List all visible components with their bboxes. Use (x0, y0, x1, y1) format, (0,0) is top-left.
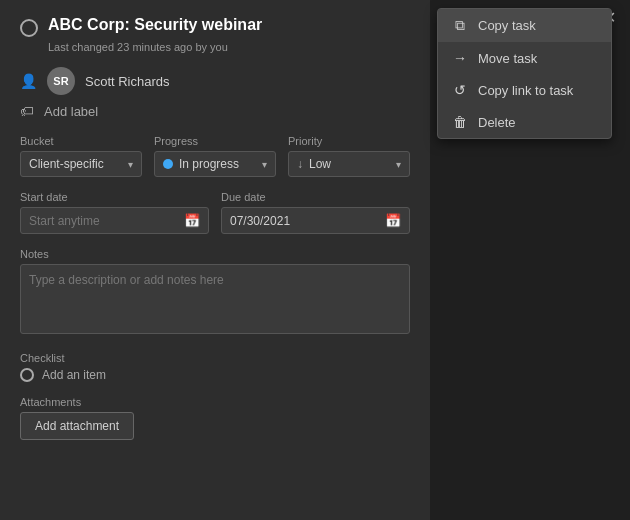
move-task-icon: → (452, 50, 468, 66)
assigned-row[interactable]: 👤 SR Scott Richards (20, 67, 410, 95)
progress-content: In progress (163, 157, 239, 171)
due-date-input[interactable]: 07/30/2021 📅 (221, 207, 410, 234)
task-complete-circle[interactable] (20, 19, 38, 37)
priority-group: Priority ↓ Low ▾ (288, 135, 410, 177)
dropdown-item-copy-task[interactable]: ⧉ Copy task (438, 9, 611, 42)
move-task-label: Move task (478, 51, 537, 66)
progress-label: Progress (154, 135, 276, 147)
date-fields-row: Start date Start anytime 📅 Due date 07/3… (20, 191, 410, 234)
task-header: ABC Corp: Security webinar (20, 16, 410, 37)
attachments-section: Attachments Add attachment (20, 396, 410, 440)
copy-task-label: Copy task (478, 18, 536, 33)
due-date-calendar-icon: 📅 (385, 213, 401, 228)
bucket-label: Bucket (20, 135, 142, 147)
progress-value: In progress (179, 157, 239, 171)
progress-dot-icon (163, 159, 173, 169)
bucket-select[interactable]: Client-specific ▾ (20, 151, 142, 177)
copy-task-icon: ⧉ (452, 17, 468, 34)
checklist-label: Checklist (20, 352, 410, 364)
priority-chevron-icon: ▾ (396, 159, 401, 170)
start-date-label: Start date (20, 191, 209, 203)
checklist-section: Checklist Add an item (20, 352, 410, 382)
add-item-row[interactable]: Add an item (20, 368, 410, 382)
copy-link-label: Copy link to task (478, 83, 573, 98)
add-label-text: Add label (44, 104, 98, 119)
dropdown-item-copy-link[interactable]: ↺ Copy link to task (438, 74, 611, 106)
priority-label: Priority (288, 135, 410, 147)
attachments-label: Attachments (20, 396, 410, 408)
start-date-input[interactable]: Start anytime 📅 (20, 207, 209, 234)
due-date-label: Due date (221, 191, 410, 203)
task-subtitle: Last changed 23 minutes ago by you (48, 41, 410, 53)
add-attachment-button[interactable]: Add attachment (20, 412, 134, 440)
due-date-value: 07/30/2021 (230, 214, 290, 228)
delete-label: Delete (478, 115, 516, 130)
notes-section: Notes (20, 248, 410, 338)
start-date-calendar-icon: 📅 (184, 213, 200, 228)
priority-arrow-icon: ↓ (297, 157, 303, 171)
notes-label: Notes (20, 248, 410, 260)
progress-group: Progress In progress ▾ (154, 135, 276, 177)
bucket-chevron-icon: ▾ (128, 159, 133, 170)
bucket-group: Bucket Client-specific ▾ (20, 135, 142, 177)
delete-icon: 🗑 (452, 114, 468, 130)
due-date-group: Due date 07/30/2021 📅 (221, 191, 410, 234)
notes-textarea[interactable] (20, 264, 410, 334)
avatar: SR (47, 67, 75, 95)
fields-row-1: Bucket Client-specific ▾ Progress In pro… (20, 135, 410, 177)
dropdown-menu: ⧉ Copy task → Move task ↺ Copy link to t… (437, 8, 612, 139)
priority-content: ↓ Low (297, 157, 331, 171)
task-title: ABC Corp: Security webinar (48, 16, 262, 34)
assigned-name: Scott Richards (85, 74, 170, 89)
add-item-text: Add an item (42, 368, 106, 382)
dropdown-item-move-task[interactable]: → Move task (438, 42, 611, 74)
task-panel: ABC Corp: Security webinar Last changed … (0, 0, 430, 520)
add-item-circle-icon (20, 368, 34, 382)
bucket-value: Client-specific (29, 157, 104, 171)
start-date-placeholder: Start anytime (29, 214, 100, 228)
label-icon: 🏷 (20, 103, 34, 119)
person-icon: 👤 (20, 73, 37, 89)
progress-chevron-icon: ▾ (262, 159, 267, 170)
priority-select[interactable]: ↓ Low ▾ (288, 151, 410, 177)
dropdown-item-delete[interactable]: 🗑 Delete (438, 106, 611, 138)
progress-select[interactable]: In progress ▾ (154, 151, 276, 177)
copy-link-icon: ↺ (452, 82, 468, 98)
priority-value: Low (309, 157, 331, 171)
add-label-row[interactable]: 🏷 Add label (20, 103, 410, 119)
start-date-group: Start date Start anytime 📅 (20, 191, 209, 234)
